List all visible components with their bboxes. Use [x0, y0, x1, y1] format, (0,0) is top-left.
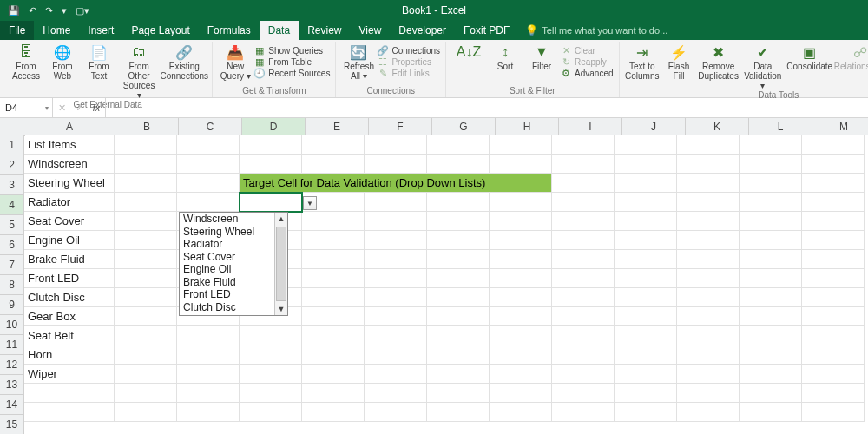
cell[interactable]: [302, 345, 365, 365]
cell[interactable]: [740, 250, 802, 269]
cell[interactable]: [427, 345, 490, 365]
cell[interactable]: [490, 288, 552, 307]
cell[interactable]: [490, 174, 552, 193]
cell[interactable]: Steering Wheel: [24, 174, 115, 193]
cell[interactable]: [490, 155, 552, 174]
cell[interactable]: [365, 288, 427, 307]
cell[interactable]: [240, 365, 302, 384]
cell[interactable]: [615, 307, 677, 326]
cell[interactable]: [740, 384, 802, 403]
scroll-up-icon[interactable]: ▲: [278, 213, 286, 225]
ribbon-button[interactable]: ✔DataValidation ▾: [740, 43, 785, 90]
cell[interactable]: [615, 155, 677, 174]
data-validation-dropdown-list[interactable]: WindscreenSteering WheelRadiatorSeat Cov…: [179, 212, 288, 316]
cell[interactable]: [302, 269, 365, 288]
spreadsheet-grid[interactable]: ABCDEFGHIJKLM 123456789101112131415 List…: [0, 118, 868, 434]
cell[interactable]: Radiator: [24, 193, 115, 212]
cell[interactable]: [177, 403, 240, 422]
cell[interactable]: [677, 155, 740, 174]
cell[interactable]: [740, 288, 802, 307]
cell[interactable]: [365, 326, 427, 345]
cell[interactable]: [552, 212, 615, 231]
cell[interactable]: [490, 135, 552, 155]
row-header[interactable]: 11: [0, 335, 24, 355]
cell[interactable]: [427, 384, 490, 403]
scroll-down-icon[interactable]: ▼: [278, 303, 286, 315]
cell[interactable]: [552, 155, 615, 174]
cell[interactable]: [177, 155, 240, 174]
cell[interactable]: [240, 174, 302, 193]
ribbon-button[interactable]: ⚡FlashFill: [661, 43, 696, 81]
cell[interactable]: [677, 345, 740, 365]
ribbon-mini-item[interactable]: 🔗Connections: [378, 45, 440, 56]
cell[interactable]: [615, 384, 677, 403]
formula-input[interactable]: [106, 98, 868, 117]
ribbon-button[interactable]: 🗂From OtherSources ▾: [118, 43, 160, 100]
cell[interactable]: [302, 326, 365, 345]
cell[interactable]: Windscreen: [24, 155, 115, 174]
ribbon-button[interactable]: 📄FromText: [82, 43, 116, 81]
row-header[interactable]: 5: [0, 215, 24, 235]
cell[interactable]: [552, 403, 615, 422]
row-header[interactable]: 1: [0, 135, 24, 155]
cell[interactable]: [240, 135, 302, 155]
ribbon-button[interactable]: 🌐FromWeb: [45, 43, 80, 81]
cell[interactable]: [740, 326, 802, 345]
cell[interactable]: [302, 212, 365, 231]
cell[interactable]: [302, 135, 365, 155]
cell[interactable]: [365, 250, 427, 269]
tab-review[interactable]: Review: [299, 21, 350, 40]
cell[interactable]: List Items: [24, 135, 115, 155]
cell[interactable]: [740, 231, 802, 250]
scroll-thumb[interactable]: [276, 227, 286, 301]
cell[interactable]: [802, 135, 865, 155]
ribbon-button[interactable]: 📥NewQuery ▾: [218, 43, 253, 81]
cell[interactable]: [490, 365, 552, 384]
ribbon-mini-item[interactable]: 🕘Recent Sources: [254, 68, 330, 78]
cell[interactable]: [740, 212, 802, 231]
cell[interactable]: Front LED: [24, 269, 115, 288]
cell[interactable]: [177, 174, 240, 193]
cell[interactable]: [365, 307, 427, 326]
cell[interactable]: Wiper: [24, 365, 115, 384]
dropdown-option[interactable]: Radiator: [180, 238, 287, 251]
cell[interactable]: [615, 345, 677, 365]
cell[interactable]: [552, 288, 615, 307]
tab-home[interactable]: Home: [34, 21, 79, 40]
column-header[interactable]: J: [622, 118, 686, 135]
cell[interactable]: [802, 365, 865, 384]
cell[interactable]: [302, 231, 365, 250]
cell[interactable]: [302, 307, 365, 326]
cell[interactable]: [490, 307, 552, 326]
cell[interactable]: [115, 135, 177, 155]
cell[interactable]: [24, 384, 115, 403]
cell[interactable]: [677, 212, 740, 231]
cell[interactable]: [490, 193, 552, 212]
cell[interactable]: [490, 231, 552, 250]
dropdown-scrollbar[interactable]: ▲ ▼: [274, 213, 287, 315]
cell[interactable]: [427, 174, 490, 193]
cell[interactable]: [490, 403, 552, 422]
cell[interactable]: [615, 135, 677, 155]
cell[interactable]: [802, 326, 865, 345]
ribbon-button[interactable]: ⇥Text toColumns: [625, 43, 660, 81]
cell[interactable]: [115, 345, 177, 365]
cell[interactable]: [240, 326, 302, 345]
cell[interactable]: [177, 384, 240, 403]
cell[interactable]: [490, 250, 552, 269]
cell[interactable]: [177, 365, 240, 384]
ribbon-button[interactable]: 🔄RefreshAll ▾: [341, 43, 376, 81]
cell[interactable]: [115, 384, 177, 403]
column-header[interactable]: I: [559, 118, 622, 135]
ribbon-mini-item[interactable]: ▦Show Queries: [254, 45, 330, 56]
cell[interactable]: [802, 269, 865, 288]
cell[interactable]: [552, 193, 615, 212]
cell[interactable]: [427, 231, 490, 250]
cell[interactable]: [115, 231, 177, 250]
cell[interactable]: [365, 269, 427, 288]
tell-me-search[interactable]: 💡 Tell me what you want to do...: [525, 21, 667, 40]
cell[interactable]: [552, 345, 615, 365]
cell[interactable]: [615, 174, 677, 193]
tab-file[interactable]: File: [0, 21, 34, 40]
row-header[interactable]: 14: [0, 395, 24, 415]
